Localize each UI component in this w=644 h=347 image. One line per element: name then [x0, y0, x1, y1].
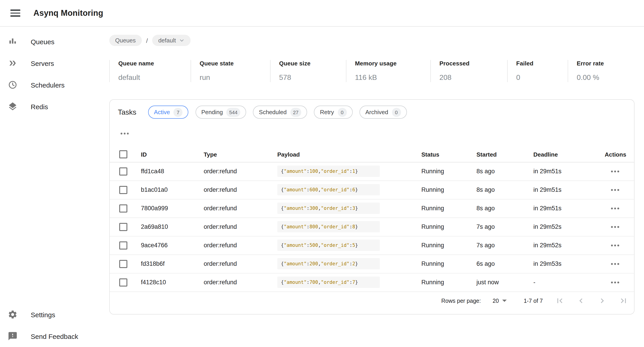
pagination-nav	[549, 290, 634, 311]
rows-per-page-select[interactable]: 20	[492, 298, 506, 304]
task-deadline: in 29m52s	[533, 236, 605, 255]
main-content: Queues / default Queue name default Queu…	[109, 27, 634, 347]
sidebar-item-redis[interactable]: Redis	[0, 96, 109, 117]
task-deadline: in 29m53s	[533, 255, 605, 273]
chevron-right-icon	[598, 296, 607, 306]
breadcrumb: Queues / default	[109, 35, 634, 46]
breadcrumb-queue-select[interactable]: default	[152, 35, 191, 46]
row-checkbox[interactable]	[119, 186, 127, 194]
task-started: 7s ago	[476, 236, 533, 255]
sidebar-item-schedulers[interactable]: Schedulers	[0, 74, 109, 96]
tab-scheduled[interactable]: Scheduled 27	[253, 106, 307, 119]
next-page-button[interactable]	[592, 290, 613, 311]
chevron-left-icon	[576, 296, 586, 306]
task-payload: {"amount":500,"order_id":5}	[277, 239, 380, 251]
layers-icon	[7, 101, 18, 112]
tab-count-badge: 0	[392, 108, 401, 117]
tab-retry[interactable]: Retry 0	[314, 106, 352, 119]
tasks-title: Tasks	[118, 108, 136, 116]
tab-count-badge: 544	[226, 108, 240, 117]
row-actions-button[interactable]	[608, 205, 622, 212]
table-row: 9ace4766 order:refund {"amount":500,"ord…	[110, 236, 634, 255]
row-checkbox[interactable]	[119, 241, 127, 249]
previous-page-button[interactable]	[570, 290, 592, 311]
task-id: 7800a999	[141, 199, 204, 218]
task-payload: {"amount":800,"order_id":8}	[277, 221, 380, 233]
menu-icon	[10, 9, 20, 10]
task-type: order:refund	[204, 218, 277, 236]
stat-cell: Failed 0	[507, 60, 568, 82]
tab-archived[interactable]: Archived 0	[360, 106, 407, 119]
stat-label: Queue size	[279, 60, 346, 67]
task-deadline: in 29m51s	[533, 162, 605, 180]
sidebar-nav: Queues Servers Schedulers Redis	[0, 27, 109, 117]
row-checkbox[interactable]	[119, 260, 127, 268]
column-header-deadline: Deadline	[533, 147, 605, 162]
gear-icon	[7, 309, 18, 320]
first-page-button[interactable]	[549, 290, 570, 311]
task-type: order:refund	[204, 162, 277, 180]
task-payload: {"amount":600,"order_id":6}	[277, 184, 380, 196]
row-checkbox[interactable]	[119, 204, 127, 212]
task-status: Running	[421, 162, 476, 180]
column-header-status: Status	[421, 147, 476, 162]
row-checkbox[interactable]	[119, 167, 127, 175]
bar-chart-icon	[7, 36, 18, 47]
task-payload: {"amount":100,"order_id":1}	[277, 165, 380, 177]
stat-label: Memory usage	[355, 60, 430, 67]
tab-pending[interactable]: Pending 544	[196, 106, 246, 119]
more-horiz-icon	[611, 170, 613, 172]
menu-button[interactable]	[10, 9, 20, 17]
task-id: 2a69a810	[141, 218, 204, 236]
task-deadline: in 29m52s	[533, 218, 605, 236]
bulk-actions-menu-button[interactable]	[119, 131, 130, 136]
app-header: Asynq Monitoring	[0, 0, 644, 27]
task-started: 8s ago	[476, 180, 533, 199]
stat-value: 0	[516, 73, 568, 82]
row-checkbox[interactable]	[119, 223, 127, 231]
tab-label: Scheduled	[259, 109, 287, 115]
tab-count-badge: 7	[174, 108, 183, 117]
stat-value: 208	[440, 73, 507, 82]
more-horiz-icon	[611, 226, 613, 228]
last-page-button[interactable]	[613, 290, 634, 311]
task-deadline: in 29m51s	[533, 199, 605, 218]
double-chevron-right-icon	[7, 58, 18, 69]
row-actions-button[interactable]	[608, 186, 622, 193]
task-id: b1ac01a0	[141, 180, 204, 199]
sidebar-item-servers[interactable]: Servers	[0, 52, 109, 74]
task-status: Running	[421, 255, 476, 273]
row-checkbox[interactable]	[119, 278, 127, 286]
column-header-actions: Actions	[605, 147, 634, 162]
more-horiz-icon	[611, 244, 613, 246]
tab-count-badge: 27	[290, 108, 302, 117]
breadcrumb-queues[interactable]: Queues	[109, 35, 142, 46]
stat-cell: Error rate 0.00 %	[568, 60, 634, 82]
dropdown-arrow-icon	[502, 300, 506, 302]
task-id: ffd1ca48	[141, 162, 204, 180]
select-all-checkbox[interactable]	[119, 150, 127, 159]
stat-label: Error rate	[577, 60, 634, 67]
row-actions-button[interactable]	[608, 242, 622, 249]
sidebar-item-queues[interactable]: Queues	[0, 31, 109, 52]
task-status: Running	[421, 236, 476, 255]
table-row: 7800a999 order:refund {"amount":300,"ord…	[110, 199, 634, 218]
row-actions-button[interactable]	[608, 279, 622, 286]
task-status: Running	[421, 180, 476, 199]
rows-per-page-value: 20	[492, 298, 499, 304]
task-id: 9ace4766	[141, 236, 204, 255]
breadcrumb-current-label: default	[158, 37, 176, 44]
task-payload: {"amount":200,"order_id":2}	[277, 258, 380, 270]
sidebar-item-settings[interactable]: Settings	[0, 304, 109, 325]
row-actions-button[interactable]	[608, 223, 622, 230]
tab-active[interactable]: Active 7	[148, 106, 188, 119]
row-actions-button[interactable]	[608, 260, 622, 267]
stat-value: default	[118, 73, 190, 82]
task-payload: {"amount":300,"order_id":3}	[277, 202, 380, 214]
more-horiz-icon	[611, 189, 613, 191]
row-actions-button[interactable]	[608, 168, 622, 175]
sidebar-item-send-feedback[interactable]: Send Feedback	[0, 325, 109, 347]
tasks-card: Tasks Active 7 Pending 544 Scheduled 27 …	[109, 99, 634, 315]
table-row: ffd1ca48 order:refund {"amount":100,"ord…	[110, 162, 634, 180]
tab-label: Archived	[365, 109, 388, 115]
